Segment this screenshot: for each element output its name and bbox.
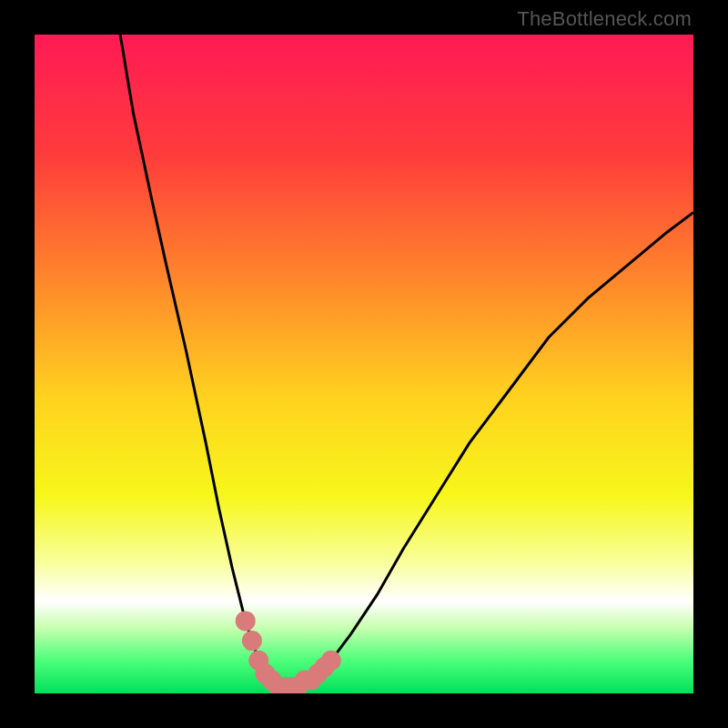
watermark-text: TheBottleneck.com <box>517 7 692 31</box>
highlight-marker <box>321 651 341 671</box>
chart-background <box>35 35 693 693</box>
plot-area <box>35 35 693 693</box>
chart-svg <box>35 35 693 693</box>
highlight-marker <box>242 631 262 651</box>
highlight-marker <box>236 611 256 631</box>
chart-frame: TheBottleneck.com <box>0 0 728 728</box>
